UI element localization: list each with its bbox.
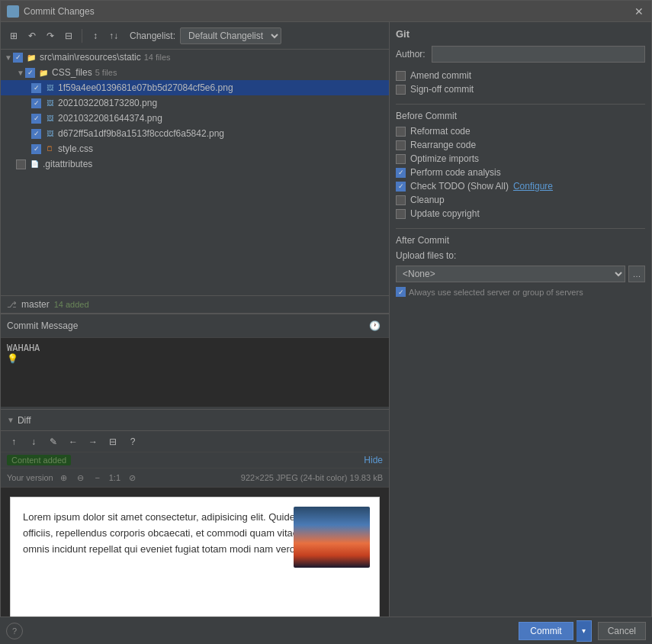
file-item-gitattr[interactable]: 📄 .gitattributes xyxy=(1,156,389,172)
clock-icon[interactable]: 🕐 xyxy=(366,317,383,334)
diff-forward-btn[interactable]: → xyxy=(85,433,101,450)
reformat-code-checkbox[interactable] xyxy=(396,127,406,137)
amend-commit-checkbox[interactable] xyxy=(396,71,406,81)
move-icon[interactable]: ⊞ xyxy=(5,27,22,44)
css-icon: 🗒 xyxy=(43,143,56,155)
zoom-out-icon[interactable]: − xyxy=(90,470,105,485)
folder-icon: 📁 xyxy=(25,51,37,63)
always-use-row: ✓ Always use selected server or group of… xyxy=(396,287,645,297)
png1-label: 1f59a4ee0139681e07bb5d27084cf5e6.png xyxy=(58,82,233,93)
png3-checkbox[interactable]: ✓ xyxy=(31,114,41,124)
undo-icon[interactable]: ↶ xyxy=(24,27,40,44)
gitattr-checkbox[interactable] xyxy=(16,159,26,169)
file-item-png4[interactable]: ✓ 🖼 d672ff5a1df9b8a1513f8ccdcf6a5842.png xyxy=(1,126,389,141)
main-content: ⊞ ↶ ↷ ⊟ ↕ ↑↓ Changelist: Default Changel… xyxy=(1,22,651,628)
author-input[interactable] xyxy=(432,46,645,63)
upload-more-btn[interactable]: … xyxy=(628,266,645,282)
code-analysis-label: Perform code analysis xyxy=(410,167,501,178)
commit-button[interactable]: Commit xyxy=(519,622,573,640)
check-todo-label: Check TODO (Show All) xyxy=(410,181,509,192)
diff-image-row: Lorem ipsum dolor sit amet consectetur, … xyxy=(1,488,389,628)
signoff-commit-checkbox[interactable] xyxy=(396,85,406,95)
png2-checkbox[interactable]: ✓ xyxy=(31,98,41,108)
root-checkbox[interactable]: ✓ xyxy=(13,53,23,63)
commit-changes-window: Commit Changes ✕ ⊞ ↶ ↷ ⊟ ↕ ↑↓ Changelist… xyxy=(0,0,652,644)
diff-up-btn[interactable]: ↑ xyxy=(5,433,22,450)
diff-help-btn[interactable]: ? xyxy=(124,433,141,450)
expand-arrow[interactable]: ▼ xyxy=(4,53,13,62)
author-label: Author: xyxy=(396,49,426,60)
optimize-imports-checkbox[interactable] xyxy=(396,154,406,164)
help-icon: ? xyxy=(12,626,17,636)
expand-icon[interactable]: ⊕ xyxy=(56,470,72,485)
configure-link[interactable]: Configure xyxy=(513,181,553,192)
group-icon[interactable]: ⊟ xyxy=(60,27,77,44)
file-item-png2[interactable]: ✓ 🖼 2021032208173280.png xyxy=(1,95,389,111)
png1-checkbox[interactable]: ✓ xyxy=(31,83,41,93)
window-title: Commit Changes xyxy=(24,6,628,17)
css-checkbox[interactable]: ✓ xyxy=(31,144,41,154)
commit-message-label: Commit Message xyxy=(7,320,78,331)
diff-info-bar: Content added Hide xyxy=(1,452,389,469)
diff-title: Diff xyxy=(18,415,31,426)
diff-back-btn[interactable]: ← xyxy=(65,433,82,450)
check-todo-checkbox[interactable]: ✓ xyxy=(396,182,406,192)
cleanup-checkbox[interactable] xyxy=(396,195,406,205)
filter-icon[interactable]: ↑↓ xyxy=(105,27,122,44)
sort-icon[interactable]: ↕ xyxy=(87,27,104,44)
cancel-button[interactable]: Cancel xyxy=(598,622,646,640)
commit-message-section: Commit Message 🕐 WAHAHA 💡 xyxy=(1,314,389,409)
sunset-image xyxy=(294,507,370,568)
diff-header: ▼ Diff xyxy=(1,410,389,431)
diff-edit-btn[interactable]: ✎ xyxy=(45,433,62,450)
added-badge: 14 added xyxy=(54,300,89,309)
commit-message-input[interactable]: WAHAHA 💡 xyxy=(1,338,389,407)
commit-message-header: Commit Message 🕐 xyxy=(1,314,389,338)
check-todo-row: ✓ Check TODO (Show All) Configure xyxy=(396,181,645,192)
hide-link[interactable]: Hide xyxy=(364,455,383,465)
left-panel: ⊞ ↶ ↷ ⊟ ↕ ↑↓ Changelist: Default Changel… xyxy=(1,22,390,628)
cleanup-row: Cleanup xyxy=(396,195,645,205)
png3-icon: 🖼 xyxy=(43,112,56,124)
file-item-png3[interactable]: ✓ 🖼 20210322081644374.png xyxy=(1,111,389,126)
css-folder-label: CSS_files xyxy=(52,67,92,78)
upload-select-row: <None> … xyxy=(396,266,645,282)
upload-select[interactable]: <None> xyxy=(396,266,625,282)
css-folder-arrow[interactable]: ▼ xyxy=(16,68,25,77)
png-icon: 🖼 xyxy=(43,82,56,94)
collapse-icon[interactable]: ⊖ xyxy=(73,470,88,485)
rearrange-code-label: Rearrange code xyxy=(410,140,476,150)
css-folder-checkbox[interactable]: ✓ xyxy=(25,68,35,78)
commit-label: Commit xyxy=(530,626,561,636)
close-button[interactable]: ✕ xyxy=(633,5,645,18)
css-folder-icon: 📁 xyxy=(37,66,50,79)
commit-arrow-button[interactable]: ▾ xyxy=(577,620,592,642)
changelist-select[interactable]: Default Changelist xyxy=(180,27,281,44)
reformat-code-label: Reformat code xyxy=(410,126,471,137)
changelist-label: Changelist: xyxy=(130,31,175,41)
rearrange-code-checkbox[interactable] xyxy=(396,140,406,150)
right-panel: Git Author: Amend commit Sign-off commit… xyxy=(390,22,651,628)
always-use-label: Always use selected server or group of s… xyxy=(409,288,583,297)
diff-down-btn[interactable]: ↓ xyxy=(25,433,42,450)
update-copyright-checkbox[interactable] xyxy=(396,209,406,219)
author-row: Author: xyxy=(396,46,645,63)
before-commit-title: Before Commit xyxy=(396,111,645,121)
optimize-imports-label: Optimize imports xyxy=(410,153,479,164)
content-added-badge: Content added xyxy=(7,455,71,465)
file-item-css[interactable]: ✓ 🗒 style.css xyxy=(1,141,389,156)
diff-collapse-arrow[interactable]: ▼ xyxy=(7,416,14,424)
always-use-checkbox[interactable]: ✓ xyxy=(396,287,406,297)
code-analysis-checkbox[interactable]: ✓ xyxy=(396,168,406,178)
css-files-folder-item[interactable]: ▼ ✓ 📁 CSS_files 5 files xyxy=(1,65,389,80)
png4-checkbox[interactable]: ✓ xyxy=(31,129,41,139)
help-button[interactable]: ? xyxy=(6,623,23,639)
tree-root-item[interactable]: ▼ ✓ 📁 src\main\resources\static 14 files xyxy=(1,50,389,65)
file-item-png1[interactable]: ✓ 🖼 1f59a4ee0139681e07bb5d27084cf5e6.png xyxy=(1,80,389,95)
diff-grid-btn[interactable]: ⊟ xyxy=(104,433,121,450)
redo-icon[interactable]: ↷ xyxy=(42,27,59,44)
png2-icon: 🖼 xyxy=(43,97,56,109)
upload-row: Upload files to: xyxy=(396,250,645,261)
zoom-reset-icon[interactable]: ⊘ xyxy=(124,470,140,485)
title-bar: Commit Changes ✕ xyxy=(1,1,651,22)
